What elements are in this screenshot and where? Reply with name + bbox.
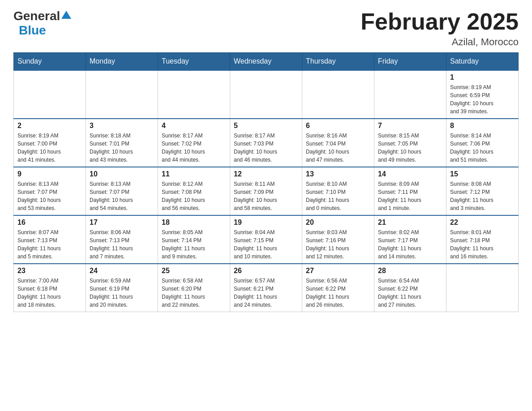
- day-number: 10: [90, 170, 154, 178]
- calendar-cell: 25Sunrise: 6:58 AMSunset: 6:20 PMDayligh…: [158, 264, 230, 312]
- day-info: Sunrise: 8:14 AMSunset: 7:06 PMDaylight:…: [450, 132, 515, 164]
- calendar-cell: 19Sunrise: 8:04 AMSunset: 7:15 PMDayligh…: [230, 215, 302, 264]
- day-header-saturday: Saturday: [446, 53, 519, 71]
- title-block: February 2025 Azilal, Morocco: [360, 9, 519, 48]
- day-number: 11: [162, 170, 226, 178]
- calendar-cell: 16Sunrise: 8:07 AMSunset: 7:13 PMDayligh…: [14, 215, 86, 264]
- calendar-cell: 1Sunrise: 8:19 AMSunset: 6:59 PMDaylight…: [446, 70, 519, 119]
- calendar-cell: [302, 70, 374, 119]
- logo-triangle-icon: [61, 11, 71, 19]
- calendar-cell: 22Sunrise: 8:01 AMSunset: 7:18 PMDayligh…: [446, 215, 519, 264]
- day-info: Sunrise: 7:00 AMSunset: 6:18 PMDaylight:…: [17, 277, 82, 309]
- day-number: 14: [378, 170, 442, 178]
- calendar-cell: 13Sunrise: 8:10 AMSunset: 7:10 PMDayligh…: [302, 167, 374, 215]
- day-info: Sunrise: 8:13 AMSunset: 7:07 PMDaylight:…: [17, 180, 82, 212]
- day-info: Sunrise: 6:57 AMSunset: 6:21 PMDaylight:…: [234, 277, 298, 309]
- calendar-cell: 24Sunrise: 6:59 AMSunset: 6:19 PMDayligh…: [86, 264, 158, 312]
- day-number: 9: [17, 170, 82, 178]
- day-number: 25: [162, 267, 226, 275]
- calendar-cell: 2Sunrise: 8:19 AMSunset: 7:00 PMDaylight…: [14, 119, 86, 167]
- calendar-cell: 20Sunrise: 8:03 AMSunset: 7:16 PMDayligh…: [302, 215, 374, 264]
- day-number: 6: [306, 122, 370, 130]
- calendar-cell: 5Sunrise: 8:17 AMSunset: 7:03 PMDaylight…: [230, 119, 302, 167]
- calendar-week-row: 1Sunrise: 8:19 AMSunset: 6:59 PMDaylight…: [14, 70, 519, 119]
- day-number: 27: [306, 267, 370, 275]
- day-number: 17: [90, 218, 154, 227]
- day-number: 15: [450, 170, 515, 178]
- day-info: Sunrise: 8:08 AMSunset: 7:12 PMDaylight:…: [450, 180, 515, 212]
- calendar-week-row: 16Sunrise: 8:07 AMSunset: 7:13 PMDayligh…: [14, 215, 519, 264]
- calendar-cell: 10Sunrise: 8:13 AMSunset: 7:07 PMDayligh…: [86, 167, 158, 215]
- day-header-thursday: Thursday: [302, 53, 374, 71]
- day-number: 19: [234, 218, 298, 227]
- day-number: 16: [17, 218, 82, 227]
- page-header: General Blue February 2025 Azilal, Moroc…: [13, 9, 519, 48]
- calendar-cell: [86, 70, 158, 119]
- day-info: Sunrise: 6:56 AMSunset: 6:22 PMDaylight:…: [306, 277, 370, 309]
- logo-general-text: General: [13, 9, 60, 23]
- calendar-cell: 11Sunrise: 8:12 AMSunset: 7:08 PMDayligh…: [158, 167, 230, 215]
- calendar-cell: [374, 70, 446, 119]
- calendar-cell: 27Sunrise: 6:56 AMSunset: 6:22 PMDayligh…: [302, 264, 374, 312]
- day-number: 4: [162, 122, 226, 130]
- day-number: 24: [90, 267, 154, 275]
- day-header-wednesday: Wednesday: [230, 53, 302, 71]
- day-number: 21: [378, 218, 442, 227]
- month-title: February 2025: [360, 9, 519, 34]
- day-number: 12: [234, 170, 298, 178]
- day-header-tuesday: Tuesday: [158, 53, 230, 71]
- calendar-cell: 12Sunrise: 8:11 AMSunset: 7:09 PMDayligh…: [230, 167, 302, 215]
- day-number: 20: [306, 218, 370, 227]
- day-info: Sunrise: 8:17 AMSunset: 7:03 PMDaylight:…: [234, 132, 298, 164]
- calendar-cell: 7Sunrise: 8:15 AMSunset: 7:05 PMDaylight…: [374, 119, 446, 167]
- calendar-cell: 28Sunrise: 6:54 AMSunset: 6:22 PMDayligh…: [374, 264, 446, 312]
- calendar-table: SundayMondayTuesdayWednesdayThursdayFrid…: [13, 52, 519, 312]
- calendar-cell: [446, 264, 519, 312]
- calendar-cell: 18Sunrise: 8:05 AMSunset: 7:14 PMDayligh…: [158, 215, 230, 264]
- day-info: Sunrise: 8:01 AMSunset: 7:18 PMDaylight:…: [450, 228, 515, 261]
- logo-blue-text: Blue: [19, 23, 46, 38]
- day-header-sunday: Sunday: [14, 53, 86, 71]
- calendar-cell: 26Sunrise: 6:57 AMSunset: 6:21 PMDayligh…: [230, 264, 302, 312]
- day-info: Sunrise: 6:58 AMSunset: 6:20 PMDaylight:…: [162, 277, 226, 309]
- day-info: Sunrise: 6:54 AMSunset: 6:22 PMDaylight:…: [378, 277, 442, 309]
- calendar-cell: 6Sunrise: 8:16 AMSunset: 7:04 PMDaylight…: [302, 119, 374, 167]
- day-number: 28: [378, 267, 442, 275]
- calendar-cell: 17Sunrise: 8:06 AMSunset: 7:13 PMDayligh…: [86, 215, 158, 264]
- calendar-cell: [14, 70, 86, 119]
- calendar-cell: 8Sunrise: 8:14 AMSunset: 7:06 PMDaylight…: [446, 119, 519, 167]
- calendar-cell: 4Sunrise: 8:17 AMSunset: 7:02 PMDaylight…: [158, 119, 230, 167]
- day-number: 1: [450, 73, 515, 81]
- calendar-header-row: SundayMondayTuesdayWednesdayThursdayFrid…: [14, 53, 519, 71]
- day-info: Sunrise: 8:07 AMSunset: 7:13 PMDaylight:…: [17, 228, 82, 261]
- day-info: Sunrise: 8:09 AMSunset: 7:11 PMDaylight:…: [378, 180, 442, 212]
- day-number: 2: [17, 122, 82, 130]
- day-info: Sunrise: 8:06 AMSunset: 7:13 PMDaylight:…: [90, 228, 154, 261]
- day-header-monday: Monday: [86, 53, 158, 71]
- calendar-cell: 21Sunrise: 8:02 AMSunset: 7:17 PMDayligh…: [374, 215, 446, 264]
- calendar-cell: 23Sunrise: 7:00 AMSunset: 6:18 PMDayligh…: [14, 264, 86, 312]
- day-header-friday: Friday: [374, 53, 446, 71]
- day-info: Sunrise: 8:16 AMSunset: 7:04 PMDaylight:…: [306, 132, 370, 164]
- calendar-cell: [158, 70, 230, 119]
- day-number: 26: [234, 267, 298, 275]
- day-number: 23: [17, 267, 82, 275]
- day-number: 3: [90, 122, 154, 130]
- day-info: Sunrise: 8:18 AMSunset: 7:01 PMDaylight:…: [90, 132, 154, 164]
- day-info: Sunrise: 8:17 AMSunset: 7:02 PMDaylight:…: [162, 132, 226, 164]
- day-number: 22: [450, 218, 515, 227]
- day-number: 13: [306, 170, 370, 178]
- day-info: Sunrise: 8:12 AMSunset: 7:08 PMDaylight:…: [162, 180, 226, 212]
- day-info: Sunrise: 6:59 AMSunset: 6:19 PMDaylight:…: [90, 277, 154, 309]
- day-number: 7: [378, 122, 442, 130]
- location: Azilal, Morocco: [360, 36, 519, 48]
- day-info: Sunrise: 8:04 AMSunset: 7:15 PMDaylight:…: [234, 228, 298, 261]
- day-info: Sunrise: 8:11 AMSunset: 7:09 PMDaylight:…: [234, 180, 298, 212]
- day-info: Sunrise: 8:05 AMSunset: 7:14 PMDaylight:…: [162, 228, 226, 261]
- calendar-cell: 3Sunrise: 8:18 AMSunset: 7:01 PMDaylight…: [86, 119, 158, 167]
- calendar-cell: [230, 70, 302, 119]
- calendar-week-row: 23Sunrise: 7:00 AMSunset: 6:18 PMDayligh…: [14, 264, 519, 312]
- svg-marker-0: [61, 11, 71, 19]
- logo: General Blue: [13, 9, 71, 38]
- day-info: Sunrise: 8:02 AMSunset: 7:17 PMDaylight:…: [378, 228, 442, 261]
